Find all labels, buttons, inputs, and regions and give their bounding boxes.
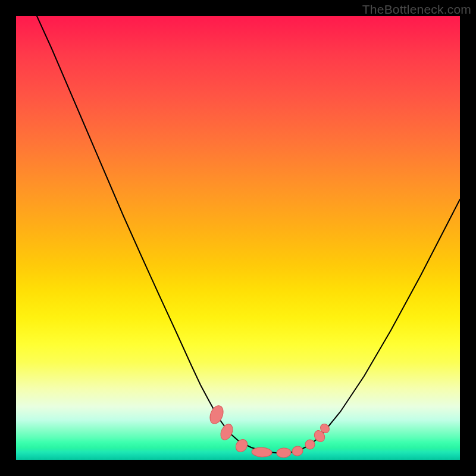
curve-marker — [208, 403, 226, 425]
curve-marker — [277, 447, 292, 458]
bottleneck-curve — [37, 16, 460, 453]
curve-marker — [303, 438, 317, 451]
curve-marker — [233, 437, 249, 454]
chart-svg — [16, 16, 460, 460]
curve-marker — [252, 447, 273, 458]
curve-marker — [218, 422, 235, 442]
chart-frame: TheBottleneck.com — [0, 0, 476, 476]
chart-plot-area — [16, 16, 460, 460]
marker-group — [208, 403, 331, 458]
watermark-text: TheBottleneck.com — [362, 2, 471, 17]
curve-marker — [291, 445, 304, 457]
